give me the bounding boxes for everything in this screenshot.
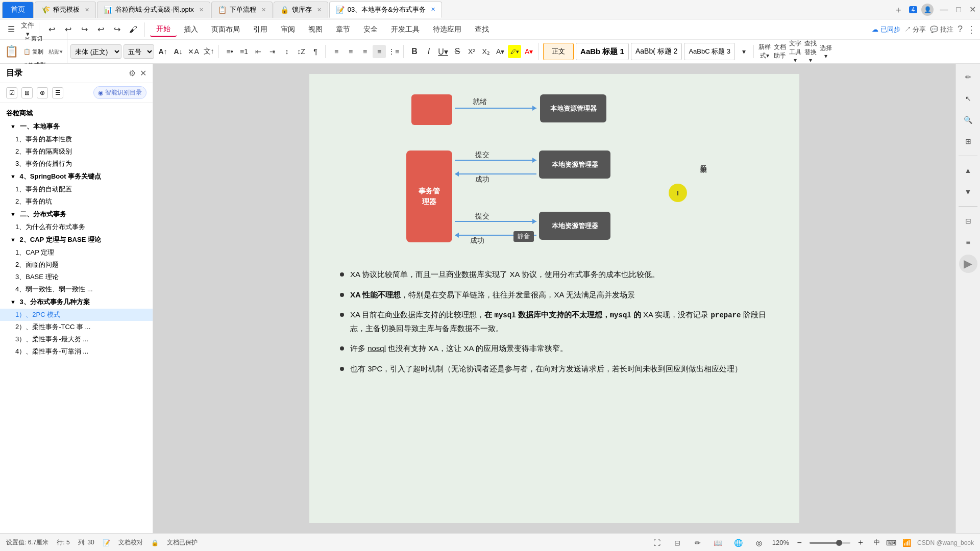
font-increase-btn[interactable]: A↑ bbox=[156, 45, 169, 58]
tab-zhangjie[interactable]: 章节 bbox=[330, 23, 356, 36]
tab-shitu[interactable]: 视图 bbox=[302, 23, 329, 36]
tree-item-5[interactable]: 2、事务的坑 bbox=[0, 195, 153, 208]
more-btn[interactable]: ⋮ bbox=[967, 24, 976, 35]
tab-kaishi[interactable]: 开始 bbox=[150, 22, 177, 37]
font-selector[interactable]: 未体 (正文) bbox=[70, 44, 121, 59]
tab-anquan[interactable]: 安全 bbox=[357, 23, 384, 36]
comment-btn[interactable]: 💬 批注 bbox=[930, 25, 953, 34]
outdent-btn[interactable]: ⇤ bbox=[252, 45, 265, 58]
tab-search[interactable]: 查找 bbox=[469, 23, 495, 36]
tab-layout[interactable]: 页面布局 bbox=[205, 23, 246, 36]
rp-down-btn[interactable]: ▼ bbox=[959, 183, 977, 201]
text-color-btn[interactable]: A▾ bbox=[522, 45, 535, 58]
zoom-slider[interactable] bbox=[810, 542, 850, 544]
redo2-btn[interactable]: ↪ bbox=[110, 22, 124, 37]
rp-list-btn[interactable]: ≡ bbox=[959, 233, 977, 252]
edit-mode-btn[interactable]: ✏ bbox=[691, 536, 705, 550]
align-justify-btn[interactable]: ≡ bbox=[373, 45, 386, 58]
add-tab-btn[interactable]: ＋ bbox=[892, 4, 905, 16]
style-title2[interactable]: AaBb( 标题 2 bbox=[631, 43, 682, 60]
sidebar-tb-list[interactable]: ☰ bbox=[52, 87, 63, 98]
cut-btn[interactable]: ✂ 剪切 bbox=[20, 32, 46, 45]
tree-item-tcc[interactable]: 2）、柔性事务-TCC 事 ... bbox=[0, 321, 153, 333]
tree-item-reliable[interactable]: 4）、柔性事务-可靠消 ... bbox=[0, 345, 153, 358]
style-title1[interactable]: AaBb 标题 1 bbox=[576, 43, 629, 60]
tab-charu[interactable]: 插入 bbox=[178, 23, 204, 36]
tree-item-9[interactable]: 3、BASE 理论 bbox=[0, 271, 153, 283]
flow-close[interactable]: ✕ bbox=[261, 7, 266, 13]
superscript-btn[interactable]: X² bbox=[465, 45, 478, 58]
tree-section-local[interactable]: ▼ 一、本地事务 bbox=[0, 120, 153, 133]
new-style-btn[interactable]: 新样式▾ bbox=[758, 45, 771, 58]
strikethrough-btn[interactable]: S bbox=[451, 45, 464, 58]
zoom-in-btn[interactable]: ＋ bbox=[853, 536, 868, 550]
col-btn[interactable]: ⋮≡ bbox=[387, 45, 400, 58]
tab-pptx[interactable]: 📊 谷粒商城-分式高级-图.pptx ✕ bbox=[97, 2, 210, 18]
font-size-selector[interactable]: 五号 bbox=[124, 44, 154, 59]
styles-more-btn[interactable]: ▾ bbox=[737, 45, 750, 58]
sidebar-tb-check[interactable]: ☑ bbox=[6, 87, 17, 98]
doc-area[interactable]: 就绪 本地资源管理器 事务管理器 本地资源管理器 本地资源管理器 bbox=[153, 64, 955, 533]
subscript-btn[interactable]: X₂ bbox=[479, 45, 493, 58]
highlight-btn[interactable]: 🖊▾ bbox=[508, 45, 521, 58]
tab-shenyue[interactable]: 审阅 bbox=[275, 23, 301, 36]
rp-play-btn[interactable]: ▶ bbox=[959, 255, 977, 273]
font-decrease-btn[interactable]: A↓ bbox=[172, 45, 185, 58]
num-list-btn[interactable]: ≡1 bbox=[237, 45, 251, 58]
tab-dev[interactable]: 开发工具 bbox=[385, 23, 426, 36]
ai-recognize-btn[interactable]: ◉ 智能识别目录 bbox=[93, 86, 146, 99]
tab-yinyong[interactable]: 引用 bbox=[247, 23, 274, 36]
text-assist-btn[interactable]: 文档助手 bbox=[773, 45, 787, 58]
bullet-list-btn[interactable]: ≡• bbox=[223, 45, 236, 58]
tab-apps[interactable]: 待选应用 bbox=[427, 23, 468, 36]
tab-flow[interactable]: 📋 下单流程 ✕ bbox=[211, 2, 273, 18]
tree-item-10[interactable]: 4、弱一致性、弱一致性 ... bbox=[0, 283, 153, 295]
close-btn[interactable]: ✕ bbox=[967, 5, 978, 14]
tree-item-max[interactable]: 3）、柔性事务-最大努 ... bbox=[0, 333, 153, 345]
text-tool-btn[interactable]: 文字工具▾ bbox=[789, 45, 802, 58]
minimize-btn[interactable]: — bbox=[938, 5, 950, 14]
tab-home[interactable]: 首页 bbox=[2, 2, 34, 18]
zoom-thumb[interactable] bbox=[836, 540, 842, 546]
rp-zoom-btn[interactable]: 🔍 bbox=[959, 111, 977, 129]
style-title3[interactable]: AaBbC 标题 3 bbox=[684, 43, 735, 60]
copy-btn[interactable]: 📋 复制 bbox=[20, 45, 46, 58]
share-btn[interactable]: ↗ 分享 bbox=[904, 25, 926, 34]
tab-doc2[interactable]: 📝 03、本地事务&分布式事务 ✕ bbox=[329, 2, 442, 18]
rp-table-btn[interactable]: ⊟ bbox=[959, 212, 977, 230]
tree-section-dist[interactable]: ▼ 二、分布式事务 bbox=[0, 208, 153, 221]
sidebar-tb-expand[interactable]: ⊞ bbox=[21, 87, 33, 98]
split-view-btn[interactable]: ⊟ bbox=[670, 536, 684, 550]
align-left-btn[interactable]: ≡ bbox=[330, 45, 343, 58]
tab-template[interactable]: 🌾 稻壳模板 ✕ bbox=[35, 2, 96, 18]
italic-btn[interactable]: I bbox=[422, 45, 435, 58]
redo-btn[interactable]: ↪ bbox=[77, 22, 91, 37]
find-replace-btn[interactable]: 查找替换▾ bbox=[804, 45, 817, 58]
select-btn[interactable]: 选择▾ bbox=[819, 45, 832, 58]
format-paint-btn[interactable]: 🖌 bbox=[126, 22, 140, 37]
show-hide-btn[interactable]: ¶ bbox=[309, 45, 322, 58]
tree-section-cap[interactable]: ▼ 2、CAP 定理与 BASE 理论 bbox=[0, 233, 153, 246]
underline-btn[interactable]: U▾ bbox=[436, 45, 450, 58]
rp-up-btn[interactable]: ▲ bbox=[959, 161, 977, 180]
sidebar-tb-add[interactable]: ⊕ bbox=[37, 87, 48, 98]
doc2-close[interactable]: ✕ bbox=[431, 6, 435, 13]
tree-item-2pc[interactable]: 1）、2PC 模式 bbox=[0, 309, 153, 321]
tree-section-springboot[interactable]: ▼ 4、SpringBoot 事务关键点 bbox=[0, 170, 153, 183]
indent-btn[interactable]: ⇥ bbox=[266, 45, 279, 58]
tree-item-2[interactable]: 2、事务的隔离级别 bbox=[0, 145, 153, 158]
template-close[interactable]: ✕ bbox=[85, 7, 89, 13]
rp-cursor-btn[interactable]: ↖ bbox=[959, 89, 977, 108]
tree-item-4[interactable]: 1、事务的自动配置 bbox=[0, 183, 153, 195]
font-color-btn[interactable]: A▾ bbox=[494, 45, 507, 58]
tab-db[interactable]: 🔒 锁库存 ✕ bbox=[274, 2, 328, 18]
rp-edit-btn[interactable]: ✏ bbox=[959, 68, 977, 86]
undo3-btn[interactable]: ↩ bbox=[93, 22, 108, 37]
tree-item-1[interactable]: 1、事务的基本性质 bbox=[0, 133, 153, 145]
sort-btn[interactable]: ↕Z bbox=[295, 45, 308, 58]
phonetic-btn[interactable]: 文↑ bbox=[202, 45, 215, 58]
tree-section-solutions[interactable]: ▼ 3、分布式事务几种方案 bbox=[0, 295, 153, 309]
maximize-btn[interactable]: □ bbox=[954, 5, 963, 14]
read-mode-btn[interactable]: 📖 bbox=[711, 536, 725, 550]
focus-mode-btn[interactable]: ◎ bbox=[752, 536, 766, 550]
